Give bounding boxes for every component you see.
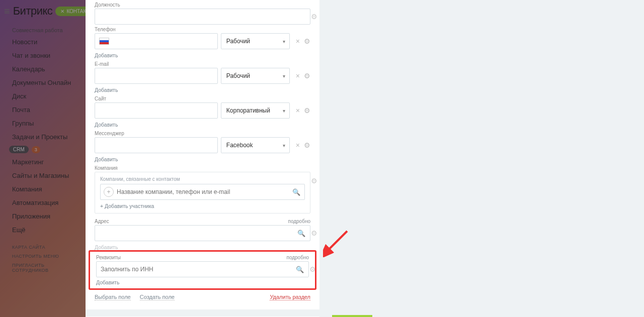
address-input[interactable] [95, 225, 310, 241]
add-participant-link[interactable]: + Добавить участника [100, 203, 305, 209]
chevron-down-icon: ▾ [283, 73, 285, 79]
phone-input[interactable] [95, 33, 218, 49]
additional-section: ДОПОЛНИТЕЛЬНО изменить [86, 309, 319, 317]
gear-icon[interactable]: ⚙ [304, 37, 310, 45]
close-icon[interactable]: × [296, 141, 300, 149]
address-details-link[interactable]: подробно [288, 219, 310, 224]
chevron-down-icon: ▾ [283, 108, 285, 114]
messenger-type-select[interactable]: Facebook ▾ [221, 137, 290, 153]
gear-icon[interactable]: ⚙ [311, 177, 317, 185]
close-icon[interactable]: × [296, 72, 300, 80]
gear-icon[interactable]: ⚙ [309, 265, 316, 273]
chevron-down-icon: ▾ [283, 39, 285, 44]
close-icon[interactable]: × [296, 37, 300, 45]
site-label: Сайт [95, 96, 310, 101]
position-input[interactable] [95, 9, 310, 25]
select-field-link[interactable]: Выбрать поле [95, 294, 131, 300]
add-phone-link[interactable]: Добавить [86, 50, 319, 60]
bottom-accent [332, 315, 372, 317]
close-icon[interactable]: × [296, 107, 300, 115]
search-icon[interactable]: 🔍 [296, 266, 304, 273]
create-field-link[interactable]: Создать поле [140, 294, 175, 300]
add-requisites-link[interactable]: Добавить [90, 278, 315, 286]
gear-icon[interactable]: ⚙ [304, 141, 310, 149]
plus-circle-icon[interactable]: + [104, 187, 114, 197]
contact-form-panel: Должность ⚙ Телефон Рабочий ▾ × ⚙ Добави… [86, 0, 319, 317]
search-icon[interactable]: 🔍 [292, 188, 300, 196]
gear-icon[interactable]: ⚙ [311, 13, 317, 21]
add-email-link[interactable]: Добавить [86, 85, 319, 95]
phone-type-select[interactable]: Рабочий ▾ [221, 33, 290, 49]
gear-icon[interactable]: ⚙ [311, 229, 317, 237]
requisites-label: Реквизиты [96, 255, 121, 260]
delete-section-link[interactable]: Удалить раздел [270, 294, 310, 300]
company-box-label: Компании, связанные с контактом [100, 176, 305, 182]
flag-icon [99, 38, 109, 45]
requisites-input[interactable] [96, 261, 309, 277]
add-messenger-link[interactable]: Добавить [86, 154, 319, 164]
gear-icon[interactable]: ⚙ [304, 107, 310, 115]
phone-label: Телефон [95, 27, 310, 32]
company-search-input[interactable] [117, 188, 290, 195]
messenger-label: Мессенджер [95, 131, 310, 136]
email-input[interactable] [95, 68, 218, 84]
messenger-input[interactable] [95, 137, 218, 153]
requisites-details-link[interactable]: подробно [286, 255, 309, 260]
search-icon[interactable]: 🔍 [297, 230, 305, 237]
site-type-select[interactable]: Корпоративный ▾ [221, 102, 290, 119]
chevron-down-icon: ▾ [283, 143, 285, 148]
gear-icon[interactable]: ⚙ [304, 72, 310, 80]
address-label: Адрес [95, 219, 109, 224]
email-label: E-mail [95, 61, 310, 67]
site-input[interactable] [95, 102, 218, 119]
position-label: Должность [95, 2, 310, 8]
company-label: Компания [95, 165, 310, 171]
requisites-highlight: Реквизиты подробно 🔍 ⚙ Добавить [89, 250, 316, 290]
email-type-select[interactable]: Рабочий ▾ [221, 68, 290, 84]
company-search[interactable]: + 🔍 [100, 184, 305, 200]
company-box: Компании, связанные с контактом + 🔍 + До… [95, 172, 310, 214]
add-site-link[interactable]: Добавить [86, 120, 319, 130]
